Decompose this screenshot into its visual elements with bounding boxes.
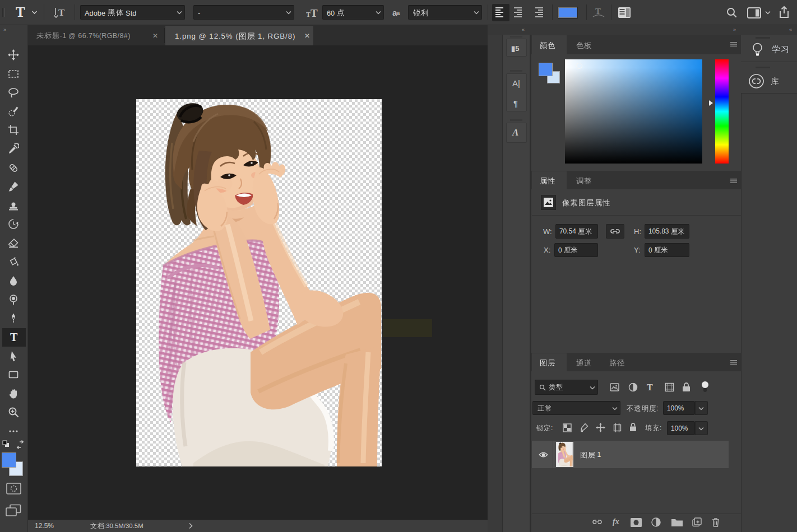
- svg-text:T: T: [311, 7, 318, 19]
- svg-text:T: T: [10, 332, 18, 343]
- svg-text:T: T: [595, 7, 601, 16]
- svg-text:T: T: [306, 11, 311, 18]
- svg-text:T: T: [58, 7, 65, 18]
